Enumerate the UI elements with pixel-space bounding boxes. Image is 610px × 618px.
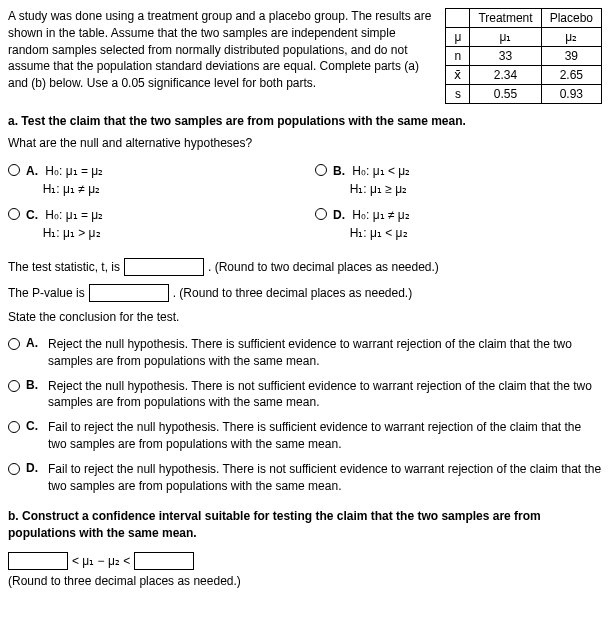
hypothesis-option-c[interactable]: C. H₀: μ₁ = μ₂ H₁: μ₁ > μ₂	[8, 206, 295, 242]
option-label: B.	[26, 378, 38, 392]
table-cell: 39	[541, 47, 601, 66]
table-cell: μ₁	[470, 28, 541, 47]
radio-icon[interactable]	[315, 208, 327, 220]
h0-text: H₀: μ₁ < μ₂	[352, 164, 410, 178]
ci-hint: (Round to three decimal places as needed…	[8, 574, 602, 588]
hypothesis-option-b[interactable]: B. H₀: μ₁ < μ₂ H₁: μ₁ ≥ μ₂	[315, 162, 602, 198]
option-label: C.	[26, 208, 38, 222]
table-header-treatment: Treatment	[470, 9, 541, 28]
hypothesis-option-a[interactable]: A. H₀: μ₁ = μ₂ H₁: μ₁ ≠ μ₂	[8, 162, 295, 198]
conclusion-label: State the conclusion for the test.	[8, 310, 602, 324]
conclusion-option-d[interactable]: D. Fail to reject the null hypothesis. T…	[8, 461, 602, 495]
table-cell: 2.34	[470, 66, 541, 85]
test-stat-hint: . (Round to two decimal places as needed…	[208, 260, 439, 274]
conclusion-text: Reject the null hypothesis. There is not…	[48, 378, 602, 412]
option-label: A.	[26, 164, 38, 178]
h1-text: H₁: μ₁ < μ₂	[350, 226, 408, 240]
radio-icon[interactable]	[8, 164, 20, 176]
ci-mid-text: < μ₁ − μ₂ <	[72, 554, 130, 568]
conclusion-text: Fail to reject the null hypothesis. Ther…	[48, 419, 602, 453]
h1-text: H₁: μ₁ ≥ μ₂	[350, 182, 407, 196]
pvalue-input[interactable]	[89, 284, 169, 302]
table-cell: s	[446, 85, 470, 104]
table-cell: μ₂	[541, 28, 601, 47]
h1-text: H₁: μ₁ > μ₂	[43, 226, 101, 240]
radio-icon[interactable]	[8, 338, 20, 350]
hypothesis-option-d[interactable]: D. H₀: μ₁ ≠ μ₂ H₁: μ₁ < μ₂	[315, 206, 602, 242]
table-cell: x̄	[446, 66, 470, 85]
table-cell: μ	[446, 28, 470, 47]
part-a-label: a. Test the claim that the two samples a…	[8, 114, 602, 128]
radio-icon[interactable]	[315, 164, 327, 176]
option-label: D.	[333, 208, 345, 222]
test-stat-input[interactable]	[124, 258, 204, 276]
radio-icon[interactable]	[8, 380, 20, 392]
conclusion-text: Fail to reject the null hypothesis. Ther…	[48, 461, 602, 495]
test-stat-label: The test statistic, t, is	[8, 260, 120, 274]
option-label: D.	[26, 461, 38, 475]
data-table: Treatment Placebo μ μ₁ μ₂ n 33 39 x̄ 2.3…	[445, 8, 602, 104]
table-cell: 0.93	[541, 85, 601, 104]
h0-text: H₀: μ₁ = μ₂	[45, 208, 103, 222]
h1-text: H₁: μ₁ ≠ μ₂	[43, 182, 100, 196]
table-cell: 33	[470, 47, 541, 66]
h0-text: H₀: μ₁ ≠ μ₂	[352, 208, 409, 222]
conclusion-text: Reject the null hypothesis. There is suf…	[48, 336, 602, 370]
table-header-blank	[446, 9, 470, 28]
option-label: B.	[333, 164, 345, 178]
radio-icon[interactable]	[8, 463, 20, 475]
table-cell: 2.65	[541, 66, 601, 85]
conclusion-option-b[interactable]: B. Reject the null hypothesis. There is …	[8, 378, 602, 412]
option-label: C.	[26, 419, 38, 433]
pvalue-label: The P-value is	[8, 286, 85, 300]
hypothesis-question: What are the null and alternative hypoth…	[8, 136, 602, 150]
h0-text: H₀: μ₁ = μ₂	[45, 164, 103, 178]
part-b-label: b. Construct a confidence interval suita…	[8, 508, 602, 542]
option-label: A.	[26, 336, 38, 350]
problem-statement: A study was done using a treatment group…	[8, 8, 437, 104]
radio-icon[interactable]	[8, 421, 20, 433]
conclusion-option-c[interactable]: C. Fail to reject the null hypothesis. T…	[8, 419, 602, 453]
radio-icon[interactable]	[8, 208, 20, 220]
table-header-placebo: Placebo	[541, 9, 601, 28]
table-cell: 0.55	[470, 85, 541, 104]
ci-lower-input[interactable]	[8, 552, 68, 570]
pvalue-hint: . (Round to three decimal places as need…	[173, 286, 412, 300]
ci-upper-input[interactable]	[134, 552, 194, 570]
table-cell: n	[446, 47, 470, 66]
conclusion-option-a[interactable]: A. Reject the null hypothesis. There is …	[8, 336, 602, 370]
